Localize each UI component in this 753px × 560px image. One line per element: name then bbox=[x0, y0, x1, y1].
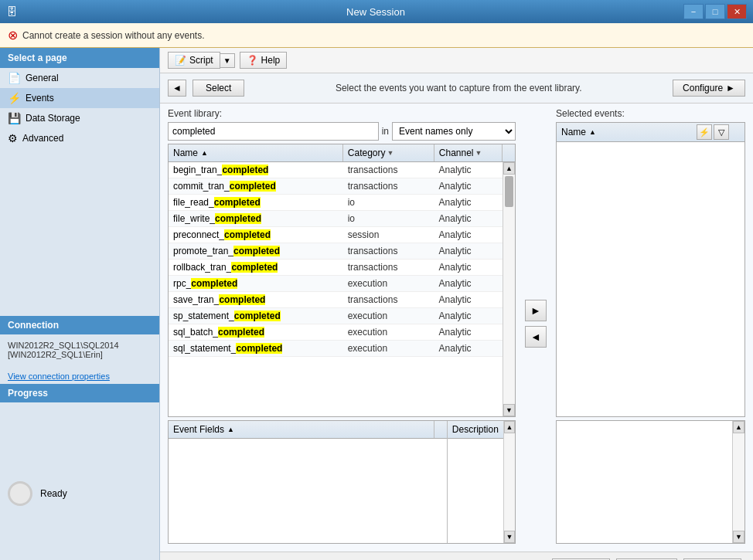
sidebar-item-general[interactable]: 📄 General bbox=[0, 68, 159, 88]
table-row[interactable]: preconnect_completedsessionAnalytic bbox=[169, 227, 503, 243]
search-dropdown[interactable]: Event names only Event names and descrip… bbox=[392, 122, 516, 141]
minimize-button[interactable]: − bbox=[683, 4, 704, 19]
selected-events-body bbox=[557, 142, 744, 416]
selected-th-name[interactable]: Name ▲ bbox=[557, 124, 693, 141]
th-name[interactable]: Name ▲ bbox=[169, 144, 343, 161]
event-name-cell: commit_tran_completed bbox=[169, 178, 343, 194]
toolbar: 📝 Script ▼ ❓ Help bbox=[160, 48, 753, 73]
event-category-cell: transactions bbox=[343, 292, 434, 307]
table-row[interactable]: promote_tran_completedtransactionsAnalyt… bbox=[169, 243, 503, 260]
event-channel-cell: Analytic bbox=[434, 243, 503, 259]
connection-server: WIN2012R2_SQL1\SQL2014 bbox=[8, 341, 152, 350]
script-icon: 📝 bbox=[175, 55, 186, 66]
event-channel-cell: Analytic bbox=[434, 324, 503, 340]
remove-event-button[interactable]: ◄ bbox=[525, 326, 547, 348]
datastorage-icon: 💾 bbox=[8, 112, 21, 124]
sidebar-item-events[interactable]: ⚡ Events bbox=[0, 88, 159, 108]
event-channel-cell: Analytic bbox=[434, 276, 503, 291]
event-name-cell: promote_tran_completed bbox=[169, 243, 343, 259]
selected-detail-scrollbar[interactable]: ▲ ▼ bbox=[732, 421, 744, 543]
sel-scroll-track bbox=[733, 433, 744, 531]
table-row[interactable]: sql_batch_completedexecutionAnalytic bbox=[169, 324, 503, 341]
search-area: in Event names only Event names and desc… bbox=[168, 122, 516, 141]
table-row[interactable]: begin_tran_completedtransactionsAnalytic bbox=[169, 162, 503, 178]
select-button[interactable]: Select bbox=[193, 80, 244, 97]
details-scroll-track bbox=[504, 433, 515, 531]
window-title: New Session bbox=[68, 6, 683, 18]
table-row[interactable]: commit_tran_completedtransactionsAnalyti… bbox=[169, 178, 503, 195]
middle-arrows: ► ◄ bbox=[520, 104, 551, 544]
bottom-bar: OK Cancel Help bbox=[160, 552, 753, 560]
event-fields-header: Event Fields ▲ bbox=[169, 421, 447, 439]
event-category-cell: transactions bbox=[343, 243, 434, 259]
table-row[interactable]: sp_statement_completedexecutionAnalytic bbox=[169, 308, 503, 324]
th-channel[interactable]: Channel ▼ bbox=[434, 144, 503, 161]
event-channel-cell: Analytic bbox=[434, 308, 503, 324]
event-channel-cell: Analytic bbox=[434, 292, 503, 307]
table-row[interactable]: sql_statement_completedexecutionAnalytic bbox=[169, 341, 503, 357]
add-event-button[interactable]: ► bbox=[525, 300, 547, 321]
event-fields-th[interactable]: Event Fields ▲ bbox=[169, 421, 434, 438]
sidebar-item-label-datastorage: Data Storage bbox=[26, 113, 80, 124]
sidebar-item-advanced[interactable]: ⚙ Advanced bbox=[0, 128, 159, 148]
back-button[interactable]: ◄ bbox=[168, 80, 186, 97]
progress-area: Ready bbox=[0, 402, 159, 561]
table-row[interactable]: rpc_completedexecutionAnalytic bbox=[169, 276, 503, 292]
event-list-scrollbar[interactable]: ▲ ▼ bbox=[503, 162, 515, 416]
selected-sort-icon: ▲ bbox=[589, 128, 596, 136]
table-row[interactable]: rollback_tran_completedtransactionsAnaly… bbox=[169, 260, 503, 276]
sidebar-item-datastorage[interactable]: 💾 Data Storage bbox=[0, 108, 159, 128]
connection-header: Connection bbox=[0, 316, 159, 334]
error-message: Cannot create a session without any even… bbox=[22, 30, 204, 41]
configure-button[interactable]: Configure ► bbox=[673, 80, 745, 97]
connection-info: WIN2012R2_SQL1\SQL2014 [WIN2012R2_SQL1\E… bbox=[0, 334, 159, 368]
event-name-cell: save_tran_completed bbox=[169, 292, 343, 307]
content-area: 📝 Script ▼ ❓ Help ◄ Select Select the ev… bbox=[160, 48, 753, 560]
event-name-cell: sql_statement_completed bbox=[169, 341, 343, 356]
event-category-cell: transactions bbox=[343, 178, 434, 194]
table-row[interactable]: file_read_completedioAnalytic bbox=[169, 195, 503, 211]
configure-arrow-icon: ► bbox=[726, 83, 735, 93]
event-category-cell: execution bbox=[343, 276, 434, 291]
scroll-up-arrow[interactable]: ▲ bbox=[503, 162, 515, 175]
selected-events-panel: Selected events: Name ▲ ⚡ ▽ bbox=[556, 104, 745, 544]
script-button[interactable]: 📝 Script bbox=[168, 52, 220, 69]
view-connection-link[interactable]: View connection properties bbox=[0, 368, 159, 384]
event-category-cell: execution bbox=[343, 324, 434, 340]
help-icon: ❓ bbox=[247, 55, 258, 66]
description-header: Description bbox=[448, 421, 503, 439]
details-scrollbar[interactable]: ▲ ▼ bbox=[503, 421, 515, 543]
table-row[interactable]: file_write_completedioAnalytic bbox=[169, 211, 503, 227]
category-filter-icon: ▼ bbox=[387, 149, 394, 157]
th-category[interactable]: Category ▼ bbox=[343, 144, 434, 161]
scroll-down-arrow[interactable]: ▼ bbox=[503, 404, 515, 416]
error-icon: ⊗ bbox=[8, 28, 18, 42]
details-scroll-down[interactable]: ▼ bbox=[504, 531, 515, 543]
script-dropdown-arrow[interactable]: ▼ bbox=[220, 53, 235, 68]
event-library-label: Event library: bbox=[168, 104, 516, 119]
event-table-header: Name ▲ Category ▼ Channel ▼ bbox=[169, 144, 515, 162]
event-fields-container: Event Fields ▲ bbox=[169, 421, 448, 543]
search-input[interactable] bbox=[168, 122, 379, 141]
lightning-filter-button[interactable]: ⚡ bbox=[697, 124, 712, 140]
event-channel-cell: Analytic bbox=[434, 162, 503, 178]
app-icon: 🗄 bbox=[6, 5, 17, 18]
event-category-cell: io bbox=[343, 195, 434, 210]
event-details-panel: Event Fields ▲ Description bbox=[168, 420, 516, 544]
sel-scroll-down[interactable]: ▼ bbox=[733, 531, 744, 543]
funnel-filter-button[interactable]: ▽ bbox=[714, 124, 729, 140]
maximize-button[interactable]: □ bbox=[705, 4, 725, 19]
scroll-thumb bbox=[505, 176, 513, 207]
event-channel-cell: Analytic bbox=[434, 211, 503, 226]
details-scroll-up[interactable]: ▲ bbox=[504, 421, 515, 433]
table-row[interactable]: save_tran_completedtransactionsAnalytic bbox=[169, 292, 503, 308]
help-button[interactable]: ❓ Help bbox=[240, 52, 288, 69]
title-bar: 🗄 New Session − □ ✕ bbox=[0, 0, 753, 23]
event-category-cell: session bbox=[343, 227, 434, 243]
scroll-track bbox=[503, 175, 515, 404]
selected-detail-content bbox=[557, 421, 732, 543]
close-button[interactable]: ✕ bbox=[727, 4, 747, 19]
main-container: Select a page 📄 General ⚡ Events 💾 Data … bbox=[0, 48, 753, 560]
select-bar: ◄ Select Select the events you want to c… bbox=[160, 73, 753, 104]
sel-scroll-up[interactable]: ▲ bbox=[733, 421, 744, 433]
